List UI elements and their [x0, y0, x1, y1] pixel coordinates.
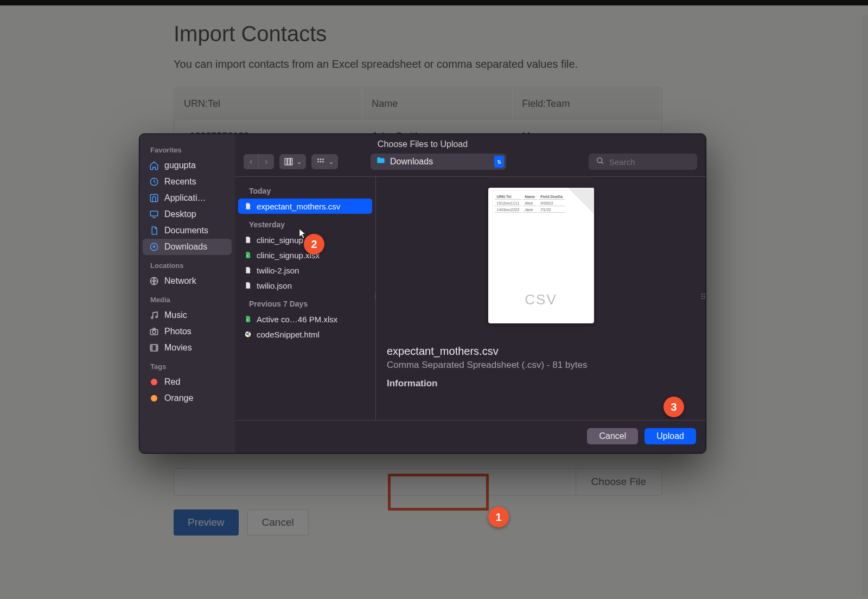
- download-icon: [149, 242, 159, 252]
- view-grid-button[interactable]: ⌄: [311, 154, 338, 169]
- preview-meta: Comma Separated Spreadsheet (.csv) - 81 …: [387, 360, 695, 371]
- file-item[interactable]: twilio.json: [238, 278, 372, 293]
- search-icon: [595, 156, 605, 168]
- sidebar-item-downloads[interactable]: Downloads: [143, 239, 232, 255]
- file-chooser-dialog: Choose Files to Upload Favorites gugupta…: [139, 133, 706, 454]
- sidebar-item-label: Movies: [164, 343, 192, 353]
- file-group-previous-7-days: Previous 7 Days: [238, 293, 372, 311]
- svg-point-13: [317, 158, 319, 160]
- annotation-badge-3: 3: [663, 397, 684, 417]
- nav-back-button[interactable]: ‹: [244, 154, 259, 169]
- file-group-today: Today: [238, 180, 372, 199]
- nav-back-forward: ‹ ›: [244, 154, 274, 169]
- file-item[interactable]: twilio-2.json: [238, 263, 372, 278]
- sidebar-item-movies[interactable]: Movies: [143, 340, 232, 356]
- sidebar-heading-tags: Tags: [143, 356, 232, 374]
- sidebar-item-desktop[interactable]: Desktop: [143, 206, 232, 222]
- sidebar-item-documents[interactable]: Documents: [143, 222, 232, 239]
- film-icon: [149, 343, 159, 353]
- sidebar-item-label: Desktop: [164, 209, 196, 219]
- sidebar-item-applicati-[interactable]: Applicati…: [143, 190, 232, 206]
- finder-main: ‹ › ⌄ ⌄ Downloads ⇅: [235, 134, 706, 453]
- sidebar-item-label: Orange: [164, 393, 193, 403]
- file-group-yesterday: Yesterday: [238, 214, 372, 232]
- sidebar-item-label: Red: [164, 377, 180, 387]
- sidebar-item-label: Downloads: [164, 242, 207, 252]
- finder-toolbar: ‹ › ⌄ ⌄ Downloads ⇅: [235, 134, 706, 176]
- path-label: Downloads: [390, 157, 433, 167]
- svg-point-6: [156, 316, 157, 318]
- sidebar-item-label: Applicati…: [164, 193, 206, 203]
- sidebar-item-network[interactable]: Network: [143, 273, 232, 289]
- svg-point-14: [320, 158, 322, 160]
- globe-icon: [149, 276, 159, 286]
- file-preview-column: URN:Tel Name Field:DueDa 1512xxx1111Alic…: [376, 177, 706, 420]
- sidebar-item-orange[interactable]: Orange: [143, 390, 232, 406]
- sidebar-item-label: Documents: [164, 226, 208, 235]
- sidebar-item-label: Music: [164, 310, 187, 320]
- svg-rect-12: [291, 158, 292, 165]
- svg-point-5: [151, 317, 153, 318]
- camera-icon: [149, 327, 159, 336]
- sidebar-item-label: gugupta: [164, 161, 196, 170]
- tag-icon: [149, 393, 159, 403]
- doc-file-icon: [244, 281, 252, 290]
- preview-filename: expectant_mothers.csv: [387, 345, 695, 358]
- preview-resize-handle[interactable]: ⠿: [700, 292, 705, 304]
- doc-file-icon: [244, 235, 252, 245]
- doc-file-icon: [244, 265, 252, 275]
- chrome-file-icon: [244, 329, 252, 339]
- app-icon: [149, 193, 159, 203]
- file-name: Active co…46 PM.xlsx: [257, 315, 337, 324]
- sidebar-item-music[interactable]: Music: [143, 307, 232, 323]
- file-list-column[interactable]: ⠿ Todayexpectant_mothers.csvYesterdaycli…: [235, 177, 376, 420]
- sidebar-item-label: Photos: [164, 327, 192, 336]
- finder-sidebar: Favorites guguptaRecentsApplicati…Deskto…: [139, 134, 235, 453]
- svg-point-15: [322, 158, 324, 160]
- file-item[interactable]: expectant_mothers.csv: [238, 199, 372, 214]
- svg-point-18: [322, 161, 324, 163]
- svg-text:x: x: [247, 254, 248, 257]
- sidebar-item-recents[interactable]: Recents: [143, 174, 232, 190]
- clock-icon: [149, 177, 159, 187]
- file-name: twilio-2.json: [257, 266, 299, 275]
- csv-label: CSV: [488, 291, 594, 308]
- file-item[interactable]: xActive co…46 PM.xlsx: [238, 311, 372, 327]
- sidebar-item-photos[interactable]: Photos: [143, 323, 232, 340]
- annotation-badge-2: 2: [304, 234, 324, 254]
- preview-info-header: Information: [387, 378, 695, 389]
- sidebar-item-label: Network: [164, 276, 196, 286]
- sidebar-item-red[interactable]: Red: [143, 374, 232, 390]
- dialog-upload-button[interactable]: Upload: [644, 428, 696, 444]
- path-dropdown[interactable]: Downloads ⇅: [371, 154, 506, 170]
- sidebar-item-gugupta[interactable]: gugupta: [143, 157, 232, 174]
- mini-th: Name: [522, 194, 537, 200]
- annotation-badge-1: 1: [488, 507, 509, 527]
- svg-rect-2: [150, 211, 158, 216]
- mini-th: Field:DueDa: [538, 194, 565, 200]
- svg-point-19: [597, 158, 602, 163]
- nav-forward-button[interactable]: ›: [259, 154, 274, 169]
- browse-area: ⠿ Todayexpectant_mothers.csvYesterdaycli…: [235, 176, 706, 420]
- folder-icon: [376, 156, 386, 168]
- svg-point-16: [317, 161, 319, 163]
- dialog-footer: Cancel Upload: [235, 420, 706, 453]
- sidebar-item-label: Recents: [164, 177, 196, 187]
- csv-preview-thumbnail: URN:Tel Name Field:DueDa 1512xxx1111Alic…: [488, 188, 594, 323]
- svg-point-8: [152, 330, 156, 334]
- view-columns-button[interactable]: ⌄: [279, 154, 306, 169]
- csv-mini-table: URN:Tel Name Field:DueDa 1512xxx1111Alic…: [494, 193, 566, 214]
- sidebar-heading-locations: Locations: [143, 255, 232, 273]
- home-icon: [149, 161, 159, 170]
- file-name: expectant_mothers.csv: [257, 202, 340, 211]
- search-field[interactable]: [589, 154, 697, 170]
- file-name: twilio.json: [257, 281, 292, 290]
- file-item[interactable]: codeSnippet.html: [238, 327, 372, 342]
- search-input[interactable]: [609, 157, 691, 167]
- xls-file-icon: x: [244, 250, 252, 260]
- svg-point-17: [320, 161, 322, 163]
- dialog-cancel-button[interactable]: Cancel: [587, 428, 638, 444]
- doc-icon: [149, 226, 159, 235]
- xls-file-icon: x: [244, 314, 252, 324]
- chevron-updown-icon: ⇅: [494, 156, 504, 168]
